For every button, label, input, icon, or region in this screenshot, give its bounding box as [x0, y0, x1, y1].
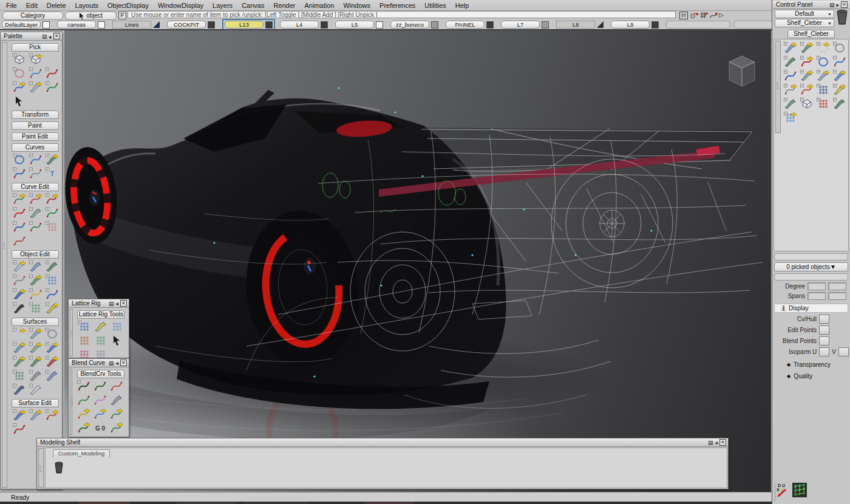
layer-button[interactable]: L7 — [501, 21, 540, 29]
layer-lines[interactable]: Lines — [112, 21, 160, 29]
new-blend-curve-tool-icon[interactable] — [76, 379, 92, 393]
align-tool-icon[interactable] — [11, 273, 27, 287]
quality-section[interactable]: ◆ Quality — [772, 373, 850, 380]
shelf-panel-tool-icon[interactable] — [799, 97, 815, 111]
control-panel-titlebar[interactable]: Control Panel ▤ ▸ × — [773, 1, 849, 9]
blend-points-checkbox[interactable] — [819, 336, 829, 346]
lattice-rig-shortcut-icon[interactable] — [792, 482, 807, 499]
layer-swatch[interactable] — [321, 21, 328, 29]
query-edit-tool-icon[interactable] — [11, 259, 27, 273]
menu-help[interactable]: Help — [455, 2, 469, 9]
layer-l9[interactable]: L9 — [611, 21, 659, 29]
offset-tool-icon[interactable] — [27, 287, 44, 301]
control-panel-expand-icon[interactable]: ▸ — [836, 2, 839, 8]
layer-defaultlayer[interactable]: DefaultLayer — [2, 21, 50, 29]
layer-button[interactable]: L9 — [611, 21, 650, 29]
shelf-scroll-strip[interactable] — [775, 41, 781, 133]
layer-button[interactable]: PAINEL — [446, 21, 484, 29]
add-points-to-curve-tool-icon[interactable] — [27, 192, 44, 206]
menu-animation[interactable]: Animation — [305, 2, 335, 9]
lattice-rig-menu-icon[interactable]: ▤ — [109, 301, 114, 307]
lattice-rig-close-icon[interactable]: × — [120, 300, 127, 307]
blend-snap-1-tool-icon[interactable] — [76, 407, 92, 421]
layer-swatch[interactable] — [597, 21, 604, 28]
spans-u-field[interactable] — [807, 292, 826, 300]
trim-surface-tool-icon[interactable] — [11, 408, 27, 422]
blend-curve-scroll-strip[interactable] — [70, 369, 72, 435]
intersect-curves-tool-icon[interactable] — [27, 206, 44, 220]
palette-menu-icon[interactable]: ▤ — [42, 33, 47, 39]
palette-tab-surfaces[interactable]: Surfaces — [12, 318, 59, 326]
shelf-rail-tool-icon[interactable] — [815, 97, 832, 111]
snap-to-grid-icon[interactable] — [699, 11, 709, 19]
cut-curve-tool-icon[interactable] — [44, 192, 60, 206]
isoparm-u-checkbox[interactable] — [819, 347, 829, 356]
blend-curve-menu-icon[interactable]: ▤ — [109, 360, 114, 366]
layer-l5[interactable]: L5 — [335, 21, 383, 29]
rail-surface-tool-icon[interactable] — [44, 355, 60, 369]
degree-u-field[interactable] — [807, 282, 826, 290]
flange-tool-icon[interactable] — [27, 355, 44, 369]
palette-tab-transform[interactable]: Transform — [12, 111, 59, 119]
revert-shape-tool-icon[interactable] — [44, 301, 60, 315]
shelf-blend-tool-icon[interactable] — [799, 83, 815, 97]
lattice-center-tool-icon[interactable] — [93, 333, 109, 347]
stretch-curve-tool-icon[interactable] — [27, 220, 44, 234]
project-tangent-tool-icon[interactable] — [27, 273, 44, 287]
palette-titlebar[interactable]: Palette ▤ ▴ × — [1, 32, 62, 41]
blend-tangent-tool-icon[interactable] — [76, 393, 92, 407]
shelf-cut-tool-icon[interactable] — [799, 69, 815, 83]
menu-objectdisplay[interactable]: ObjectDisplay — [107, 2, 149, 9]
layer-zz_boneco[interactable]: zz_boneco — [390, 21, 438, 29]
menu-windows[interactable]: Windows — [343, 2, 370, 9]
modeling-shelf-close-icon[interactable]: × — [719, 439, 726, 446]
shelf-fillet-tool-icon[interactable] — [832, 83, 848, 97]
planar-surface-tool-icon[interactable] — [11, 355, 27, 369]
pick-locator-tool-icon[interactable] — [11, 94, 27, 108]
shelf-sphere-tool-icon[interactable] — [815, 41, 832, 55]
palette-tab-paint[interactable]: Paint — [12, 121, 59, 130]
picked-objects-dropdown[interactable]: 0 picked objects▼ — [774, 262, 848, 271]
modeling-shelf-scroll-strip[interactable] — [38, 448, 44, 488]
tab-lattice-rig-tools[interactable]: Lattice Rig Tools — [77, 310, 124, 319]
multi-surface-draft-tool-icon[interactable] — [11, 369, 27, 383]
palette-tab-curve-edit[interactable]: Curve Edit — [12, 183, 59, 191]
shelf-circle-tool-icon[interactable] — [815, 55, 832, 69]
menu-file[interactable]: File — [6, 2, 17, 9]
shelf-trash-icon[interactable] — [54, 461, 64, 474]
detach-tool-icon[interactable] — [11, 287, 27, 301]
shelf-intersect-tool-icon[interactable] — [783, 69, 799, 83]
tab-custom-modeling[interactable]: Custom_Modeling — [53, 449, 110, 458]
lattice-rig-scroll-strip[interactable] — [70, 309, 73, 356]
object-name-bar[interactable] — [774, 273, 848, 281]
modeling-shelf-menu-icon[interactable]: ▤ — [708, 440, 713, 446]
delete-construction-history-icon[interactable]: D U X X — [775, 482, 789, 499]
layer-painel[interactable]: PAINEL — [446, 21, 494, 29]
layer-empty-slot[interactable] — [666, 21, 730, 29]
revolve-tool-icon[interactable] — [44, 327, 60, 341]
menu-delete[interactable]: Delete — [47, 2, 66, 9]
menu-preferences[interactable]: Preferences — [379, 2, 415, 9]
menu-canvas[interactable]: Canvas — [242, 2, 264, 9]
pick-object-tool-icon[interactable] — [27, 52, 44, 66]
palette-tab-paint-edit[interactable]: Paint Edit — [12, 132, 59, 141]
blend-curve-collapse-icon[interactable]: ◂ — [115, 360, 118, 366]
extrude-tool-icon[interactable] — [11, 341, 27, 355]
palette-tab-surface-edit[interactable]: Surface Edit — [12, 399, 59, 407]
menu-layers[interactable]: Layers — [212, 2, 233, 9]
layer-swatch[interactable] — [651, 21, 659, 29]
panel-gap-tool-icon[interactable] — [11, 383, 27, 397]
swept-surface-tool-icon[interactable] — [27, 327, 44, 341]
layer-swatch[interactable] — [486, 21, 494, 29]
menu-layouts[interactable]: Layouts — [75, 2, 99, 9]
palette-tab-curves[interactable]: Curves — [12, 143, 59, 152]
symmetry-plane-tool-icon[interactable] — [44, 287, 60, 301]
draft-surface-tool-icon[interactable] — [11, 301, 27, 315]
shelf-planar-tool-icon[interactable] — [783, 83, 799, 97]
snap-to-curve-icon[interactable] — [709, 11, 718, 19]
palette-tab-object-edit[interactable]: Object Edit — [12, 250, 59, 259]
extend-tool-icon[interactable] — [44, 259, 60, 273]
shelf-multi-blend-tool-icon[interactable] — [832, 97, 848, 111]
tab-blendcrv-tools[interactable]: BlendCrv Tools — [77, 370, 124, 378]
blend-point-constraint-tool-icon[interactable] — [109, 379, 125, 393]
